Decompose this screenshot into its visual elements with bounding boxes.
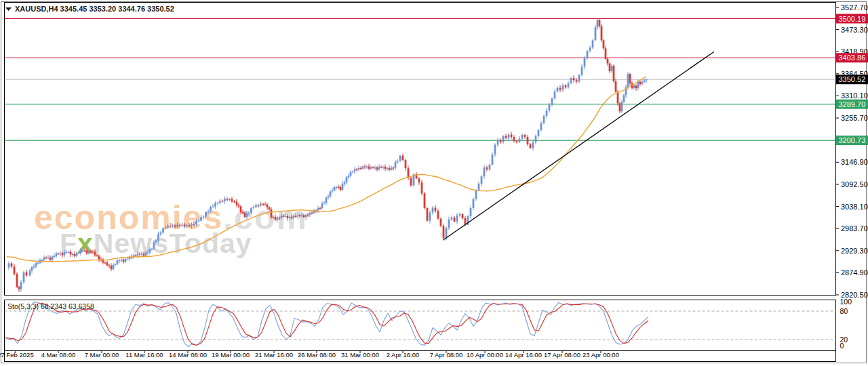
svg-text:27 Feb 2025: 27 Feb 2025: [0, 351, 34, 359]
svg-text:2874.90: 2874.90: [841, 268, 868, 277]
svg-text:3473.30: 3473.30: [841, 26, 868, 34]
svg-text:3092.50: 3092.50: [841, 180, 868, 188]
svg-text:19 Mar 00:00: 19 Mar 00:00: [212, 351, 250, 359]
svg-text:26 Mar 08:00: 26 Mar 08:00: [298, 351, 336, 359]
stochastic-panel[interactable]: 10080200: [5, 298, 852, 350]
svg-text:3350.52: 3350.52: [839, 75, 866, 83]
svg-text:100: 100: [840, 298, 852, 306]
svg-text:14 Apr 16:00: 14 Apr 16:00: [505, 351, 542, 359]
svg-text:80: 80: [840, 307, 848, 315]
svg-text:14 Mar 08:00: 14 Mar 08:00: [169, 351, 207, 359]
svg-text:31 Mar 00:00: 31 Mar 00:00: [341, 351, 379, 359]
stochastic-d-line: [5, 303, 648, 345]
stochastic-k-line: [5, 302, 648, 347]
price-axis[interactable]: 3527.703473.303418.903364.503310.103255.…: [836, 3, 868, 299]
svg-text:4 Mar 08:00: 4 Mar 08:00: [41, 351, 76, 359]
svg-text:2 Apr 16:00: 2 Apr 16:00: [387, 351, 420, 359]
indicator-label: Sto(5,3,3) 68.2343 63.6358: [7, 302, 94, 310]
svg-text:7 Apr 08:00: 7 Apr 08:00: [430, 351, 463, 359]
svg-text:3403.86: 3403.86: [839, 54, 866, 62]
candlesticks: [8, 18, 648, 292]
svg-text:17 Apr 08:00: 17 Apr 08:00: [544, 351, 580, 359]
svg-text:23 Apr 00:00: 23 Apr 00:00: [583, 351, 619, 359]
svg-text:7 Mar 00:00: 7 Mar 00:00: [85, 351, 119, 359]
svg-text:3527.70: 3527.70: [841, 3, 868, 12]
svg-text:3310.10: 3310.10: [841, 92, 868, 100]
svg-text:3146.90: 3146.90: [841, 158, 868, 166]
time-axis[interactable]: 27 Feb 20254 Mar 08:007 Mar 00:0011 Mar …: [0, 351, 619, 359]
svg-text:3200.73: 3200.73: [839, 136, 866, 144]
svg-text:3038.10: 3038.10: [841, 203, 868, 211]
chart-window: economies.com FxNewsToday 3527.703473.30…: [0, 0, 868, 366]
svg-text:3289.70: 3289.70: [839, 100, 866, 108]
svg-text:2929.30: 2929.30: [841, 247, 868, 255]
chart-canvas[interactable]: 3527.703473.303418.903364.503310.103255.…: [0, 0, 868, 366]
svg-text:3500.19: 3500.19: [839, 15, 866, 23]
svg-text:2983.70: 2983.70: [841, 224, 868, 232]
svg-text:21 Mar 16:00: 21 Mar 16:00: [255, 351, 293, 359]
svg-text:10 Apr 00:00: 10 Apr 00:00: [467, 351, 503, 359]
chart-title: XAUUSD,H4 3345.45 3353.20 3344.76 3350.5…: [15, 5, 174, 13]
symbol-dropdown-icon[interactable]: [5, 7, 12, 11]
chart-frame: [1, 2, 867, 363]
svg-text:3255.70: 3255.70: [841, 114, 868, 122]
svg-text:0: 0: [840, 342, 844, 350]
svg-text:11 Mar 16:00: 11 Mar 16:00: [125, 351, 163, 359]
